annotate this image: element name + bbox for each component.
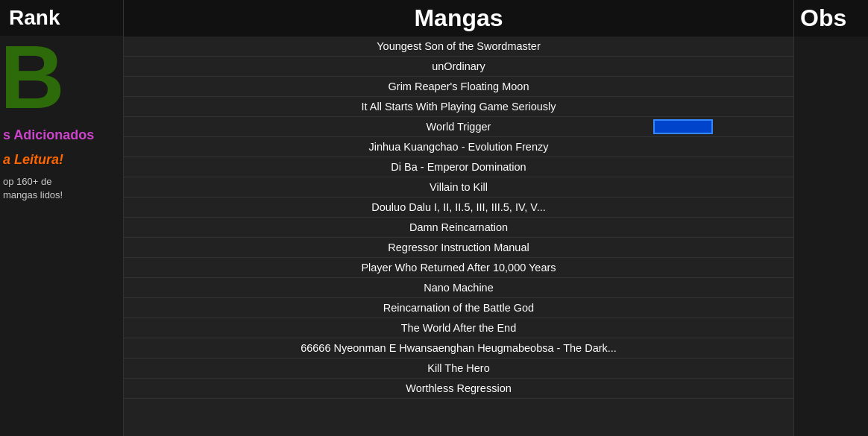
table-row[interactable]: Villain to Kill: [124, 177, 793, 198]
manga-title-cell[interactable]: It All Starts With Playing Game Seriousl…: [124, 97, 793, 117]
right-panel: Obs: [793, 0, 868, 436]
manga-title-cell[interactable]: Grim Reaper's Floating Moon: [124, 77, 793, 97]
table-row[interactable]: Worthless Regression: [124, 379, 793, 399]
table-row[interactable]: It All Starts With Playing Game Seriousl…: [124, 97, 793, 117]
obs-header: Obs: [794, 0, 868, 37]
table-row[interactable]: World Trigger: [124, 117, 793, 137]
table-row[interactable]: Jinhua Kuangchao - Evolution Frenzy: [124, 137, 793, 157]
main-content: Mangas Youngest Son of the Swordmasterun…: [123, 0, 793, 436]
table-row[interactable]: 66666 Nyeonman E Hwansaenghan Heugmabeob…: [124, 338, 793, 358]
manga-title-cell[interactable]: The World After the End: [124, 318, 793, 338]
table-row[interactable]: Grim Reaper's Floating Moon: [124, 77, 793, 97]
table-row[interactable]: The World After the End: [124, 318, 793, 338]
table-row[interactable]: Damn Reincarnation: [124, 218, 793, 238]
table-row[interactable]: Reincarnation of the Battle God: [124, 298, 793, 318]
page-container: Rank B s Adicionados a Leitura! op 160+ …: [0, 0, 868, 436]
table-row[interactable]: Youngest Son of the Swordmaster: [124, 37, 793, 57]
manga-title-cell[interactable]: Nano Machine: [124, 278, 793, 298]
rank-letter: B: [0, 32, 123, 121]
desc-line1: op 160+ de: [3, 176, 51, 187]
sidebar-desc: op 160+ de mangas lidos!: [0, 171, 123, 206]
sidebar: Rank B s Adicionados a Leitura! op 160+ …: [0, 0, 123, 436]
table-row[interactable]: Nano Machine: [124, 278, 793, 298]
manga-title-cell[interactable]: Regressor Instruction Manual: [124, 238, 793, 258]
manga-title-cell[interactable]: Worthless Regression: [124, 379, 793, 399]
desc-line2: mangas lidos!: [3, 189, 63, 200]
manga-title-cell[interactable]: Douluo Dalu I, II, II.5, III, III.5, IV,…: [124, 198, 793, 218]
header-row: Mangas: [124, 0, 793, 37]
manga-title-cell[interactable]: 66666 Nyeonman E Hwansaenghan Heugmabeob…: [124, 338, 793, 358]
table-row[interactable]: Kill The Hero: [124, 358, 793, 379]
manga-title-cell[interactable]: Di Ba - Emperor Domination: [124, 157, 793, 177]
manga-title-cell[interactable]: Reincarnation of the Battle God: [124, 298, 793, 318]
table-row[interactable]: Di Ba - Emperor Domination: [124, 157, 793, 177]
manga-title-cell[interactable]: Jinhua Kuangchao - Evolution Frenzy: [124, 137, 793, 157]
manga-title-cell[interactable]: Damn Reincarnation: [124, 218, 793, 238]
manga-title-cell[interactable]: Player Who Returned After 10,000 Years: [124, 258, 793, 278]
manga-title-cell[interactable]: Villain to Kill: [124, 177, 793, 198]
manga-title-cell[interactable]: Youngest Son of the Swordmaster: [124, 37, 793, 57]
mangas-header: Mangas: [124, 0, 793, 37]
table-row[interactable]: Douluo Dalu I, II, II.5, III, III.5, IV,…: [124, 198, 793, 218]
table-row[interactable]: Regressor Instruction Manual: [124, 238, 793, 258]
table-row[interactable]: unOrdinary: [124, 57, 793, 77]
manga-title-cell[interactable]: Kill The Hero: [124, 358, 793, 379]
obs-blue-box: [653, 119, 713, 134]
table-row[interactable]: Player Who Returned After 10,000 Years: [124, 258, 793, 278]
manga-table: Youngest Son of the SwordmasterunOrdinar…: [124, 37, 793, 399]
leitura-label: a Leitura!: [0, 149, 123, 171]
manga-title-cell[interactable]: unOrdinary: [124, 57, 793, 77]
